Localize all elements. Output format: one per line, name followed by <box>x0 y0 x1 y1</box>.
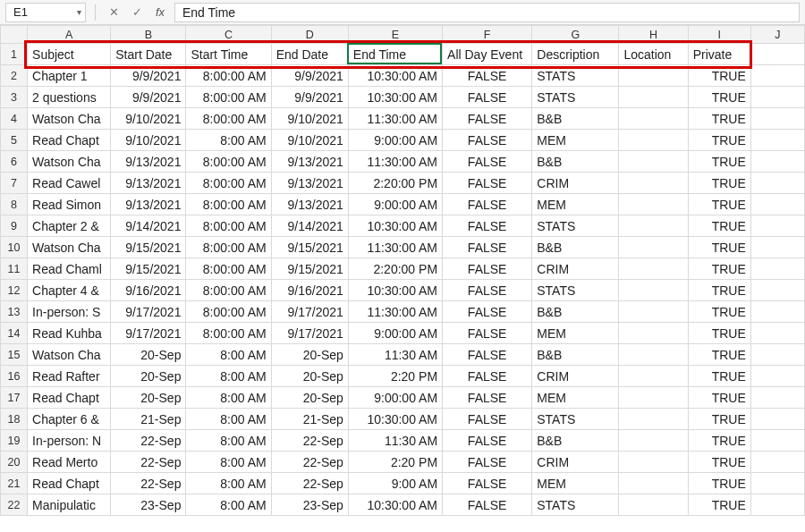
cell[interactable]: 2:20 PM <box>348 452 442 473</box>
cell[interactable]: Read Chaml <box>28 258 111 280</box>
cell[interactable]: FALSE <box>443 65 532 87</box>
cell[interactable]: 10:30:00 AM <box>348 280 442 301</box>
cell[interactable]: MEM <box>532 323 619 344</box>
row-header[interactable]: 20 <box>1 452 28 473</box>
cell[interactable]: Read Chapt <box>28 130 111 151</box>
cell[interactable]: TRUE <box>688 473 750 494</box>
cell[interactable]: Read Simon <box>28 194 111 215</box>
row-header[interactable]: 9 <box>1 215 28 237</box>
cell[interactable] <box>750 301 804 323</box>
cell[interactable]: 8:00:00 AM <box>186 87 271 108</box>
column-header[interactable]: G <box>532 26 619 44</box>
cell[interactable]: Read Chapt <box>28 387 111 409</box>
cell[interactable] <box>619 65 688 87</box>
cell[interactable]: 2 questions <box>28 87 111 108</box>
cell[interactable] <box>619 237 688 258</box>
cell[interactable]: 2:20:00 PM <box>348 258 442 280</box>
cell[interactable]: Watson Cha <box>28 108 111 130</box>
cell[interactable]: TRUE <box>688 215 750 237</box>
cell[interactable] <box>619 173 688 194</box>
cell[interactable]: 8:00:00 AM <box>186 323 271 344</box>
cell[interactable]: 20-Sep <box>111 366 186 387</box>
row-header[interactable]: 14 <box>1 323 28 344</box>
column-header[interactable]: F <box>443 26 532 44</box>
cell[interactable]: 9/15/2021 <box>271 237 348 258</box>
cell[interactable] <box>619 494 688 516</box>
row-header[interactable]: 13 <box>1 301 28 323</box>
row-header[interactable]: 4 <box>1 108 28 130</box>
cell[interactable]: 9/13/2021 <box>111 151 186 173</box>
cell[interactable]: TRUE <box>688 108 750 130</box>
cell[interactable]: 9:00 AM <box>348 473 442 494</box>
cell[interactable]: 22-Sep <box>271 430 348 452</box>
cell[interactable]: MEM <box>532 387 619 409</box>
cell[interactable] <box>619 430 688 452</box>
cell[interactable]: 9/16/2021 <box>271 280 348 301</box>
column-header[interactable]: B <box>111 26 186 44</box>
cell[interactable] <box>619 215 688 237</box>
cell[interactable]: FALSE <box>443 215 532 237</box>
cell[interactable]: Description <box>532 44 619 65</box>
cell[interactable]: 22-Sep <box>271 452 348 473</box>
cell[interactable] <box>750 366 804 387</box>
cell[interactable] <box>619 108 688 130</box>
cell[interactable]: TRUE <box>688 258 750 280</box>
cell[interactable] <box>750 344 804 366</box>
cell[interactable]: FALSE <box>443 430 532 452</box>
cell[interactable]: TRUE <box>688 65 750 87</box>
spreadsheet-grid[interactable]: ABCDEFGHIJ 1SubjectStart DateStart TimeE… <box>0 25 805 516</box>
cell[interactable]: FALSE <box>443 473 532 494</box>
cell[interactable]: MEM <box>532 473 619 494</box>
cell[interactable]: CRIM <box>532 366 619 387</box>
cell[interactable]: CRIM <box>532 173 619 194</box>
cell[interactable] <box>619 473 688 494</box>
cell[interactable]: 10:30:00 AM <box>348 494 442 516</box>
cell[interactable]: 20-Sep <box>271 366 348 387</box>
cell[interactable]: 2:20:00 PM <box>348 173 442 194</box>
cell[interactable]: CRIM <box>532 258 619 280</box>
row-header[interactable]: 8 <box>1 194 28 215</box>
cell[interactable]: 9/15/2021 <box>111 237 186 258</box>
cell[interactable] <box>750 130 804 151</box>
cell[interactable]: 8:00 AM <box>186 344 271 366</box>
cell[interactable]: 8:00:00 AM <box>186 280 271 301</box>
cell[interactable] <box>750 280 804 301</box>
column-header[interactable]: E <box>348 26 442 44</box>
cell[interactable]: STATS <box>532 494 619 516</box>
cell[interactable]: B&B <box>532 151 619 173</box>
cell[interactable]: 21-Sep <box>271 409 348 430</box>
cell[interactable]: 8:00 AM <box>186 130 271 151</box>
row-header[interactable]: 21 <box>1 473 28 494</box>
cell[interactable] <box>619 323 688 344</box>
cell[interactable]: TRUE <box>688 237 750 258</box>
cell[interactable]: 8:00:00 AM <box>186 237 271 258</box>
cell[interactable]: Read Cawel <box>28 173 111 194</box>
cell[interactable]: Start Date <box>111 44 186 65</box>
cell[interactable]: MEM <box>532 130 619 151</box>
row-header[interactable]: 6 <box>1 151 28 173</box>
cell[interactable]: MEM <box>532 194 619 215</box>
cell[interactable]: Read Kuhba <box>28 323 111 344</box>
row-header[interactable]: 16 <box>1 366 28 387</box>
cell[interactable]: 23-Sep <box>271 494 348 516</box>
cell[interactable]: 10:30:00 AM <box>348 409 442 430</box>
cell[interactable]: FALSE <box>443 258 532 280</box>
cell[interactable]: STATS <box>532 215 619 237</box>
cell[interactable]: B&B <box>532 301 619 323</box>
cell[interactable] <box>619 151 688 173</box>
cell[interactable]: Read Chapt <box>28 473 111 494</box>
cell[interactable]: 8:00:00 AM <box>186 65 271 87</box>
cell[interactable]: 9/14/2021 <box>111 215 186 237</box>
cell[interactable]: FALSE <box>443 452 532 473</box>
cell[interactable]: FALSE <box>443 87 532 108</box>
cell[interactable]: 8:00:00 AM <box>186 301 271 323</box>
cancel-button[interactable]: ✕ <box>105 4 123 21</box>
cell[interactable]: In-person: N <box>28 430 111 452</box>
column-header[interactable]: J <box>750 26 804 44</box>
cell[interactable]: STATS <box>532 87 619 108</box>
cell[interactable]: FALSE <box>443 344 532 366</box>
cell[interactable]: 8:00 AM <box>186 366 271 387</box>
cell[interactable]: 20-Sep <box>271 344 348 366</box>
cell[interactable]: 22-Sep <box>271 473 348 494</box>
cell[interactable]: TRUE <box>688 409 750 430</box>
